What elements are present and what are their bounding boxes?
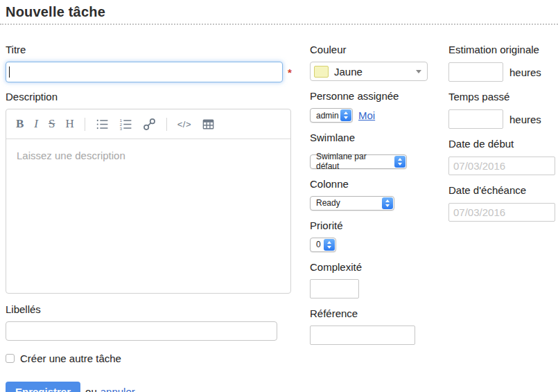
title-row: * xyxy=(6,62,305,82)
code-icon[interactable]: </> xyxy=(177,119,191,130)
create-another-row: Créer une autre tâche xyxy=(6,353,305,364)
form-column-middle: Couleur Jaune Personne assignée admin xyxy=(310,44,448,392)
svg-text:1: 1 xyxy=(120,118,122,122)
due-date-group: Date d'échéance xyxy=(448,184,558,222)
select-spinner-icon xyxy=(394,156,406,168)
estimate-label: Estimation originale xyxy=(448,44,558,55)
editor-toolbar: B I S H 1 2 3 xyxy=(6,109,290,139)
heading-icon[interactable]: H xyxy=(65,117,73,131)
assignee-label: Personne assignée xyxy=(310,90,448,102)
title-label: Titre xyxy=(6,44,305,55)
new-task-page: Nouvelle tâche Titre * Description B I S… xyxy=(0,0,558,392)
dropdown-arrow-icon xyxy=(416,70,421,73)
color-group: Couleur Jaune xyxy=(310,44,448,81)
form-column-right: Estimation originale heures Temps passé … xyxy=(448,44,558,392)
estimate-input[interactable] xyxy=(448,62,503,82)
swimlane-select[interactable]: Swimlane par défaut xyxy=(310,154,407,169)
time-spent-input[interactable] xyxy=(448,109,503,129)
reference-group: Référence xyxy=(310,308,448,345)
priority-selected-value: 0 xyxy=(316,240,321,249)
estimate-row: heures xyxy=(448,62,558,82)
time-spent-label: Temps passé xyxy=(448,91,558,103)
color-dropdown[interactable]: Jaune xyxy=(310,62,428,81)
task-form: Titre * Description B I S H xyxy=(6,44,558,392)
bullet-list-icon[interactable] xyxy=(96,118,109,131)
form-actions: Enregistrer ou annuler xyxy=(6,382,305,392)
assignee-row: admin Moi xyxy=(310,108,448,123)
page-title: Nouvelle tâche xyxy=(6,4,558,20)
description-editor: B I S H 1 2 3 xyxy=(6,109,291,294)
svg-text:3: 3 xyxy=(120,126,123,130)
required-marker: * xyxy=(288,66,292,78)
swimlane-group: Swimlane Swimlane par défaut xyxy=(310,132,448,169)
assignee-group: Personne assignée admin Moi xyxy=(310,90,448,123)
column-label: Colonne xyxy=(310,178,448,190)
header-divider xyxy=(0,24,558,25)
select-spinner-icon xyxy=(340,109,351,121)
column-selected-value: Ready xyxy=(316,198,340,208)
select-spinner-icon xyxy=(382,197,393,209)
form-column-left: Titre * Description B I S H xyxy=(6,44,305,392)
column-select[interactable]: Ready xyxy=(310,196,394,211)
description-textarea[interactable]: Laissez une description xyxy=(6,139,290,293)
time-spent-row: heures xyxy=(448,109,558,129)
color-label: Couleur xyxy=(310,44,448,55)
start-date-label: Date de début xyxy=(448,138,558,150)
numbered-list-icon[interactable]: 1 2 3 xyxy=(119,118,132,131)
estimate-unit: heures xyxy=(509,66,541,78)
toolbar-divider xyxy=(85,118,85,131)
complexity-group: Complexité xyxy=(310,261,448,299)
text-cursor xyxy=(9,66,10,78)
column-group: Colonne Ready xyxy=(310,178,448,211)
swimlane-label: Swimlane xyxy=(310,132,448,143)
color-selected-value: Jaune xyxy=(334,66,416,78)
due-date-label: Date d'échéance xyxy=(448,184,558,196)
create-another-checkbox[interactable] xyxy=(6,354,15,363)
description-label: Description xyxy=(6,91,305,103)
labels-label: Libellés xyxy=(6,303,305,315)
assignee-selected-value: admin xyxy=(316,111,339,121)
italic-icon[interactable]: I xyxy=(34,117,38,131)
start-date-group: Date de début xyxy=(448,138,558,175)
save-button[interactable]: Enregistrer xyxy=(6,382,80,392)
strikethrough-icon[interactable]: S xyxy=(49,117,55,131)
select-spinner-icon xyxy=(324,239,335,251)
svg-text:2: 2 xyxy=(120,122,122,126)
labels-input[interactable] xyxy=(6,321,277,341)
priority-select[interactable]: 0 xyxy=(310,238,336,252)
time-spent-unit: heures xyxy=(509,114,541,125)
link-icon[interactable] xyxy=(143,118,156,131)
start-date-input[interactable] xyxy=(448,157,555,175)
complexity-label: Complexité xyxy=(310,261,448,273)
description-placeholder: Laissez une description xyxy=(17,150,125,161)
color-swatch-yellow xyxy=(314,66,329,78)
title-input[interactable] xyxy=(6,62,283,82)
swimlane-selected-value: Swimlane par défaut xyxy=(316,152,390,171)
reference-label: Référence xyxy=(310,308,448,319)
complexity-input[interactable] xyxy=(310,279,359,299)
estimate-group: Estimation originale heures xyxy=(448,44,558,82)
assignee-select[interactable]: admin xyxy=(310,108,353,123)
bold-icon[interactable]: B xyxy=(16,117,24,131)
due-date-input[interactable] xyxy=(448,203,555,222)
create-another-label: Créer une autre tâche xyxy=(20,353,121,364)
table-icon[interactable] xyxy=(202,118,215,131)
priority-group: Priorité 0 xyxy=(310,220,448,252)
toolbar-divider xyxy=(166,118,167,131)
reference-input[interactable] xyxy=(310,326,415,345)
assign-to-me-link[interactable]: Moi xyxy=(358,109,375,121)
cancel-link[interactable]: annuler xyxy=(101,386,135,392)
or-text: ou xyxy=(85,386,97,392)
time-spent-group: Temps passé heures xyxy=(448,91,558,129)
priority-label: Priorité xyxy=(310,220,448,231)
